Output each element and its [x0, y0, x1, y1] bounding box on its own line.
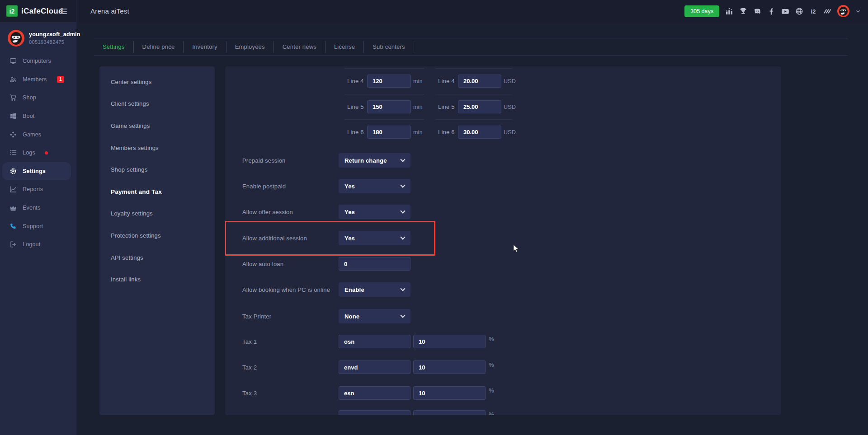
settings-menu-item[interactable]: Client settings: [99, 93, 215, 115]
line-minutes-input[interactable]: [367, 100, 411, 113]
tax-percent-input[interactable]: [413, 410, 486, 415]
sidebar-item-label: Events: [23, 205, 40, 211]
facebook-icon[interactable]: [767, 7, 775, 15]
select-value: Yes: [344, 183, 355, 190]
header-divider: [76, 0, 76, 22]
allow-offer-session-select[interactable]: Yes: [339, 205, 410, 219]
tax-row: Tax 1 %: [242, 335, 494, 348]
tax-row: Tax 2 %: [242, 360, 494, 374]
discord-icon[interactable]: [753, 7, 761, 15]
youtube-icon[interactable]: [781, 7, 789, 15]
notification-badge: 1: [57, 76, 65, 83]
settings-menu-item[interactable]: Center settings: [99, 71, 215, 93]
partners-icon[interactable]: [823, 7, 831, 15]
sidebar-item[interactable]: Support: [0, 217, 76, 235]
trophy-icon[interactable]: [739, 7, 747, 15]
tabs-bottom-rule: [94, 55, 848, 56]
settings-menu-item[interactable]: Payment and Tax: [99, 181, 215, 203]
app-name: iCafeCloud: [21, 7, 63, 16]
logout-icon: [9, 241, 17, 248]
sidebar-item[interactable]: Members 1: [0, 70, 76, 89]
form-row: Allow booking when PC is online Enable: [242, 282, 410, 297]
line-price-input[interactable]: [458, 75, 501, 88]
tax-percent-input[interactable]: [413, 335, 486, 348]
allow-auto-loan-input[interactable]: [339, 257, 410, 271]
games-icon: [9, 131, 17, 138]
tab[interactable]: Inventory: [184, 41, 226, 53]
sidebar-item-label: Settings: [23, 168, 46, 174]
line-minutes-input[interactable]: [367, 75, 411, 88]
app-logo: i2 iCafeCloud: [6, 5, 63, 17]
line-minutes-input[interactable]: [367, 126, 411, 139]
sidebar-item[interactable]: Games: [0, 125, 76, 144]
tax-name-input[interactable]: [339, 410, 410, 415]
username: youngzsoft_admin: [29, 31, 80, 37]
chevron-down-icon[interactable]: [855, 9, 861, 14]
shop-icon: [9, 94, 17, 101]
settings-menu-item[interactable]: Members settings: [99, 137, 215, 159]
currency-unit: USD: [504, 78, 516, 84]
user-avatar-large: [8, 30, 24, 47]
tab[interactable]: Center news: [274, 41, 326, 53]
field-label: Enable postpaid: [242, 183, 339, 190]
field-label: Tax Printer: [242, 313, 339, 320]
prepaid-session-select[interactable]: Return change: [339, 153, 410, 168]
user-block: youngzsoft_admin 005193482475: [0, 22, 76, 47]
sidebar-item[interactable]: Shop: [0, 89, 76, 107]
icafe-icon[interactable]: i2: [809, 7, 817, 15]
line-label: Line 4: [438, 78, 458, 84]
enable-postpaid-select[interactable]: Yes: [339, 179, 410, 193]
allow-booking-select[interactable]: Enable: [339, 282, 410, 297]
tab[interactable]: Settings: [94, 41, 134, 53]
line-row: Line 6 min Line 6 USD: [344, 119, 512, 145]
tab[interactable]: Define price: [134, 41, 184, 53]
sidebar-item[interactable]: Logout: [0, 235, 76, 254]
tax-percent-input[interactable]: [413, 386, 486, 400]
settings-menu-item[interactable]: API settings: [99, 247, 215, 269]
hamburger-menu-icon[interactable]: [59, 7, 68, 16]
tab[interactable]: Sub centers: [364, 41, 414, 53]
settings-menu-item[interactable]: Game settings: [99, 115, 215, 137]
tax-name-input[interactable]: [339, 335, 410, 348]
ranking-icon[interactable]: [725, 7, 733, 15]
sidebar-item[interactable]: Logs: [0, 144, 76, 162]
field-label: Allow additional session: [242, 235, 339, 242]
alert-dot: [45, 151, 48, 154]
tab[interactable]: Employees: [226, 41, 274, 53]
tax-name-input[interactable]: [339, 360, 410, 374]
tax-name-input[interactable]: [339, 386, 410, 400]
sidebar-item-label: Support: [23, 223, 43, 229]
computers-icon: [9, 57, 17, 65]
sidebar-item[interactable]: Boot: [0, 107, 76, 126]
allow-additional-session-select[interactable]: Yes: [339, 231, 410, 245]
license-days-button[interactable]: 305 days: [684, 5, 719, 17]
tax-row: Tax 3 %: [242, 386, 494, 400]
app-logo-icon: i2: [6, 5, 18, 17]
minutes-unit: min: [413, 78, 423, 84]
globe-icon[interactable]: [795, 7, 803, 15]
settings-menu-item[interactable]: Protection settings: [99, 225, 215, 247]
line-price-input[interactable]: [458, 126, 501, 139]
settings-menu-item[interactable]: Loyalty settings: [99, 203, 215, 225]
main-content: Settings Define price Inventory Employee…: [76, 22, 868, 435]
select-value: Yes: [344, 209, 355, 215]
sidebar: youngzsoft_admin 005193482475 Computers …: [0, 22, 76, 435]
sidebar-item[interactable]: Settings: [2, 162, 71, 181]
settings-menu-item[interactable]: Shop settings: [99, 159, 215, 181]
form-row: Enable postpaid Yes: [242, 179, 410, 193]
sidebar-item[interactable]: Computers: [0, 52, 76, 70]
tab[interactable]: License: [326, 41, 364, 53]
tax-printer-select[interactable]: None: [339, 309, 410, 323]
chevron-down-icon: [400, 313, 405, 318]
sidebar-item-label: Reports: [23, 186, 43, 192]
line-price-input[interactable]: [458, 100, 501, 113]
sidebar-item[interactable]: Events: [0, 199, 76, 217]
settings-menu-item[interactable]: Install links: [99, 268, 215, 290]
events-icon: [9, 204, 17, 211]
tax-percent-input[interactable]: [413, 360, 486, 374]
sidebar-item-label: Shop: [23, 94, 36, 101]
select-value: Yes: [344, 235, 355, 242]
clipped-tax-row: %: [242, 410, 494, 415]
user-avatar[interactable]: [837, 5, 849, 17]
sidebar-item[interactable]: Reports: [0, 180, 76, 199]
